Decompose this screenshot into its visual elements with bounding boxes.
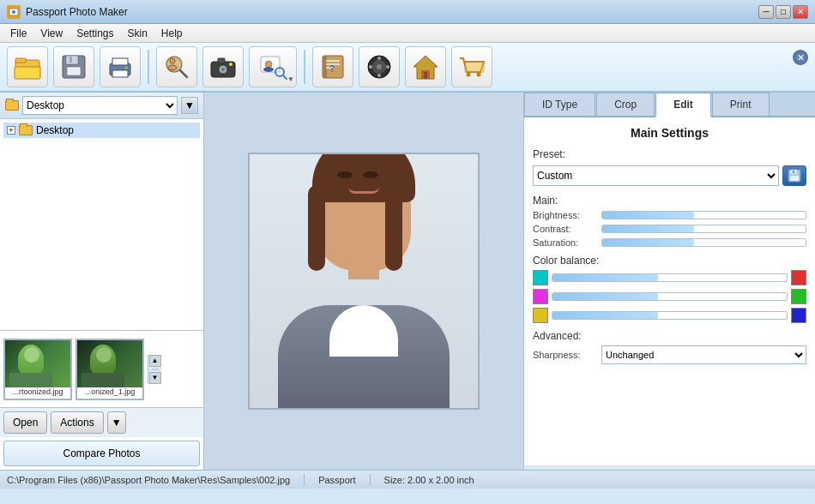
svg-point-14 [170,58,175,63]
svg-rect-10 [112,58,128,65]
tab-print[interactable]: Print [712,93,770,116]
thumb-label-2: ...onized_1.jpg [77,387,142,396]
toolbar: ▼ ? [0,43,815,93]
brightness-fill [602,212,694,219]
separator-1 [148,50,149,84]
sharpness-label: Sharpness: [533,350,601,360]
magenta-green-slider[interactable] [552,292,788,301]
saturation-slider[interactable] [601,238,806,247]
color-balance-label: Color balance: [533,255,806,267]
svg-rect-44 [465,62,484,72]
status-path: C:\Program Files (x86)\Passport Photo Ma… [7,475,290,485]
save-button[interactable] [53,46,94,87]
saturation-row: Saturation: [533,237,806,248]
scroll-down-button[interactable]: ▼ [149,372,161,384]
close-button[interactable]: ✕ [793,5,808,19]
folder-arrow-button[interactable]: ▼ [181,97,198,114]
svg-point-39 [369,65,372,69]
left-panel: Desktop ▼ + Desktop [0,93,204,470]
help-button[interactable]: ? [312,46,353,87]
preset-row: Custom Default Bright Dark Vivid [533,165,806,186]
tab-crop[interactable]: Crop [596,93,655,116]
zoom-button[interactable] [156,46,197,87]
blue-swatch [791,308,806,323]
folder-header: Desktop ▼ [0,93,203,119]
magenta-green-fill [552,293,658,300]
folder-select[interactable]: Desktop [22,96,178,115]
svg-rect-21 [218,58,225,63]
svg-point-12 [124,66,128,69]
actions-button[interactable]: Actions [51,411,103,434]
status-separator-2 [370,474,371,486]
svg-point-38 [377,74,381,77]
cart-button[interactable] [451,46,492,87]
yellow-blue-fill [552,312,658,319]
order-button[interactable] [405,46,446,87]
compare-photos-row: Compare Photos [0,437,203,470]
tab-bar: ID Type Crop Edit Print [524,93,815,117]
menu-view[interactable]: View [33,26,69,41]
svg-point-45 [467,73,471,77]
menu-file[interactable]: File [3,26,33,41]
open-file-button[interactable] [7,46,48,87]
status-separator-1 [304,474,305,486]
film-button[interactable] [359,46,400,87]
expand-button[interactable]: + [7,126,15,135]
contrast-label: Contrast: [533,224,601,234]
menu-help[interactable]: Help [154,26,190,41]
svg-point-1 [12,10,15,14]
folder-icon [5,100,19,111]
titlebar: Passport Photo Maker ─ □ ✕ [0,0,815,24]
app-icon [7,5,21,19]
tab-id-type[interactable]: ID Type [524,93,595,116]
thumbnails-area: ...rtoonized.jpg ...onized_1.jpg ▲ ▼ [0,331,203,407]
minimize-button[interactable]: ─ [758,5,774,19]
maximize-button[interactable]: □ [776,5,791,19]
cyan-red-slider[interactable] [552,273,788,282]
menu-skin[interactable]: Skin [121,26,154,41]
close-panel-button[interactable]: ✕ [793,50,808,65]
svg-rect-7 [67,67,81,75]
photo-area [204,93,523,470]
open-button[interactable]: Open [3,411,47,434]
search-photo-button[interactable]: ▼ [249,46,297,87]
window-title: Passport Photo Maker [26,6,758,18]
action-buttons: Open Actions ▼ [0,407,203,437]
svg-point-15 [168,65,177,70]
yellow-blue-slider[interactable] [552,311,788,320]
thumbnail-1[interactable]: ...rtoonized.jpg [3,339,72,400]
brightness-slider[interactable] [601,211,806,219]
contrast-row: Contrast: [533,224,806,234]
svg-point-36 [377,64,382,69]
svg-point-20 [221,68,225,71]
camera-button[interactable] [202,46,244,87]
svg-rect-8 [69,57,72,63]
print-button[interactable] [100,46,141,87]
scroll-up-button[interactable]: ▲ [149,355,161,367]
right-panel: ID Type Crop Edit Print Main Settings Pr… [523,93,815,470]
actions-arrow-button[interactable]: ▼ [107,411,126,434]
save-preset-button[interactable] [782,165,806,186]
compare-photos-button[interactable]: Compare Photos [3,441,200,466]
tree-item-desktop[interactable]: + Desktop [3,123,200,138]
cyan-red-fill [552,274,658,281]
green-swatch [791,289,806,304]
folder-icon [19,125,33,135]
cyan-red-row [533,270,806,285]
svg-rect-4 [15,67,40,79]
contrast-slider[interactable] [601,225,806,233]
tab-edit[interactable]: Edit [655,93,711,117]
advanced-label: Advanced: [533,330,582,342]
sharpness-row: Sharpness: Unchanged Soft Sharp Very Sha… [533,345,806,364]
saturation-fill [602,239,694,246]
status-size: Size: 2.00 x 2.00 inch [384,475,474,485]
menubar: File View Settings Skin Help [0,24,815,43]
preset-select[interactable]: Custom Default Bright Dark Vivid [533,165,779,186]
brightness-row: Brightness: [533,210,806,220]
thumbnail-2[interactable]: ...onized_1.jpg [75,339,144,400]
sharpness-select[interactable]: Unchanged Soft Sharp Very Sharp [601,345,806,364]
tree-label: Desktop [36,124,74,136]
yellow-blue-row [533,308,806,323]
menu-settings[interactable]: Settings [69,26,120,41]
svg-point-46 [477,73,481,77]
